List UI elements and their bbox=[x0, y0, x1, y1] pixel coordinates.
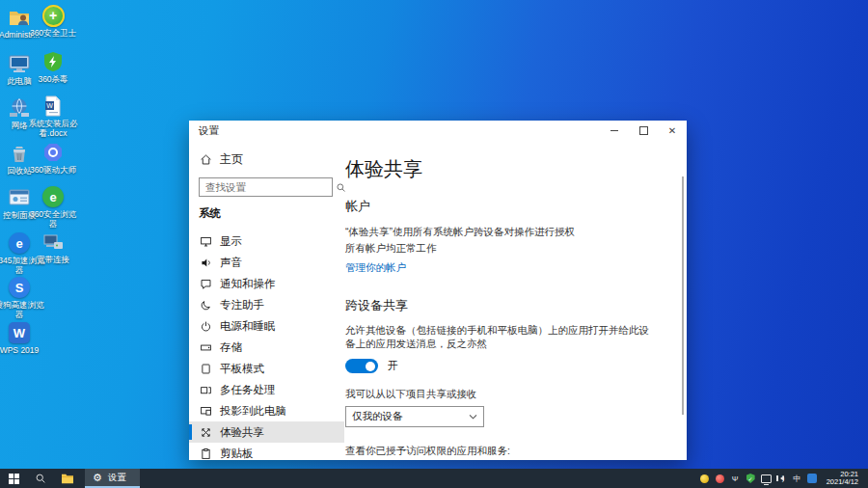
settings-content: 体验共享 帐户 “体验共享”使用所有系统帐户跨设备对操作进行授权 所有帐户均正常… bbox=[344, 141, 687, 460]
gear-icon: ⚙ bbox=[93, 472, 102, 484]
moon-icon bbox=[199, 298, 212, 312]
multitask-icon bbox=[199, 383, 212, 396]
display-icon bbox=[199, 234, 212, 248]
sidebar-item-focus-assist[interactable]: 专注助手 bbox=[189, 294, 344, 315]
tray-usb-icon[interactable]: Ψ bbox=[730, 474, 741, 484]
projecting-icon bbox=[199, 404, 212, 418]
browser-s-icon: S bbox=[7, 276, 32, 299]
shield-icon bbox=[41, 50, 66, 73]
desktop-icon-wps[interactable]: W WPS 2019 bbox=[2, 321, 37, 355]
tray-360-safe-icon[interactable] bbox=[699, 474, 710, 484]
sidebar-item-multitasking[interactable]: 多任务处理 bbox=[189, 379, 344, 400]
toggle-state-label: 开 bbox=[388, 359, 398, 373]
desktop-icon-broadband[interactable]: 宽带连接 bbox=[36, 230, 70, 264]
start-button[interactable] bbox=[0, 469, 27, 488]
settings-sidebar: 主页 系统 显示 声音 通知和操作 bbox=[189, 141, 344, 460]
sidebar-item-tablet-mode[interactable]: 平板模式 bbox=[189, 358, 344, 379]
close-icon: ✕ bbox=[668, 125, 676, 136]
windows-logo-icon bbox=[9, 474, 19, 484]
360-driver-icon bbox=[41, 141, 66, 164]
share-toggle[interactable] bbox=[345, 359, 378, 373]
360-safe-icon: + bbox=[41, 4, 66, 27]
computer-icon bbox=[7, 52, 32, 75]
close-button[interactable]: ✕ bbox=[658, 121, 687, 141]
home-icon bbox=[199, 152, 212, 166]
sidebar-item-sound[interactable]: 声音 bbox=[189, 252, 344, 273]
minimize-icon bbox=[610, 130, 618, 131]
tray-ime-icon[interactable] bbox=[807, 474, 818, 484]
globe-icon bbox=[7, 96, 32, 120]
tablet-icon bbox=[199, 362, 212, 375]
window-scrollbar[interactable] bbox=[682, 176, 684, 415]
desktop-icon-label: 宽带连接 bbox=[26, 255, 80, 264]
sidebar-item-power-sleep[interactable]: 电源和睡眠 bbox=[189, 315, 344, 337]
search-input[interactable] bbox=[200, 181, 336, 193]
file-explorer-button[interactable] bbox=[54, 469, 81, 488]
sidebar-item-label: 存储 bbox=[220, 340, 242, 355]
desktop-icon-label: 搜狗高速浏览器 bbox=[0, 300, 46, 319]
desktop: Administr... 此电脑 网络 回收站 控制面板 e 2345加速浏览器… bbox=[0, 0, 868, 488]
share-scope-dropdown[interactable]: 仅我的设备 bbox=[345, 406, 484, 427]
toggle-knob bbox=[366, 362, 375, 371]
control-panel-icon bbox=[7, 186, 32, 209]
clock-date: 2021/4/12 bbox=[827, 478, 858, 487]
sidebar-item-display[interactable]: 显示 bbox=[189, 230, 344, 252]
sidebar-section-header: 系统 bbox=[189, 206, 344, 221]
window-titlebar[interactable]: 设置 ✕ bbox=[189, 121, 687, 141]
taskbar-clock[interactable]: 20:21 2021/4/12 bbox=[823, 471, 862, 487]
search-icon bbox=[35, 473, 46, 484]
sidebar-item-clipboard[interactable]: 剪贴板 bbox=[189, 443, 344, 464]
sidebar-item-notifications[interactable]: 通知和操作 bbox=[189, 273, 344, 294]
accounts-description: “体验共享”使用所有系统帐户跨设备对操作进行授权 bbox=[345, 225, 673, 238]
desktop-icon-360-antivirus[interactable]: 360杀毒 bbox=[36, 50, 70, 84]
share-across-devices-heading: 跨设备共享 bbox=[345, 297, 673, 314]
apps-services-label: 查看你已授予访问权限的应用和服务: bbox=[345, 444, 673, 457]
sidebar-item-label: 通知和操作 bbox=[220, 277, 276, 291]
desktop-icon-label: 360驱动大师 bbox=[26, 165, 80, 175]
desktop-icon-360-browser[interactable]: e 360安全浏览器 bbox=[36, 185, 70, 229]
desktop-icon-sogou-browser[interactable]: S 搜狗高速浏览器 bbox=[2, 276, 37, 319]
desktop-icon-360-safe[interactable]: + 360安全卫士 bbox=[36, 4, 70, 38]
word-document-icon: W bbox=[41, 95, 66, 118]
desktop-icon-word-doc[interactable]: W 系统安装后必看.docx bbox=[36, 95, 70, 138]
settings-search-box[interactable] bbox=[199, 177, 333, 197]
dropdown-value: 仅我的设备 bbox=[352, 410, 403, 423]
desktop-icon-360-driver[interactable]: 360驱动大师 bbox=[36, 141, 70, 175]
sidebar-item-label: 体验共享 bbox=[220, 425, 264, 440]
settings-window: 设置 ✕ 主页 系统 显示 bbox=[189, 121, 687, 460]
tray-shield-icon[interactable]: ✓ bbox=[746, 474, 756, 484]
drive-icon bbox=[199, 340, 212, 354]
chevron-down-icon bbox=[469, 414, 477, 420]
sidebar-item-label: 声音 bbox=[220, 256, 242, 270]
taskbar-search-button[interactable] bbox=[27, 469, 54, 488]
accounts-heading: 帐户 bbox=[345, 198, 673, 215]
desktop-icon-label: WPS 2019 bbox=[0, 345, 46, 355]
desktop-icon-label: 360杀毒 bbox=[26, 74, 80, 84]
tray-network-icon[interactable] bbox=[761, 474, 772, 484]
sidebar-item-label: 剪贴板 bbox=[220, 447, 254, 461]
sidebar-item-shared-experiences[interactable]: 体验共享 bbox=[189, 421, 344, 443]
maximize-icon bbox=[639, 126, 648, 135]
sidebar-item-storage[interactable]: 存储 bbox=[189, 337, 344, 358]
tray-antivirus-icon[interactable] bbox=[715, 474, 725, 484]
broadband-icon bbox=[41, 230, 66, 254]
sidebar-item-label: 显示 bbox=[220, 234, 242, 249]
chat-bubble-icon bbox=[199, 277, 212, 290]
system-tray: Ψ ✓ 中 20:21 2021/4/12 bbox=[699, 469, 868, 488]
taskbar: ⚙ 设置 Ψ ✓ 中 20:21 2021/4/12 bbox=[0, 469, 868, 488]
speaker-icon bbox=[199, 256, 212, 269]
shared-experiences-icon bbox=[199, 425, 212, 439]
sidebar-item-projecting[interactable]: 投影到此电脑 bbox=[189, 400, 344, 421]
tray-input-indicator-icon[interactable]: 中 bbox=[792, 474, 802, 484]
svg-text:W: W bbox=[46, 102, 53, 109]
folder-icon bbox=[61, 473, 74, 484]
taskbar-settings-button[interactable]: ⚙ 设置 bbox=[85, 469, 140, 488]
tray-volume-icon[interactable] bbox=[776, 474, 787, 484]
desktop-icon-2345-browser[interactable]: e 2345加速浏览器 bbox=[2, 231, 37, 275]
manage-accounts-link[interactable]: 管理你的帐户 bbox=[345, 261, 406, 275]
window-title: 设置 bbox=[199, 124, 219, 138]
sidebar-home[interactable]: 主页 bbox=[189, 149, 344, 170]
sidebar-item-label: 多任务处理 bbox=[220, 383, 276, 397]
maximize-button[interactable] bbox=[629, 121, 658, 141]
minimize-button[interactable] bbox=[600, 121, 629, 141]
